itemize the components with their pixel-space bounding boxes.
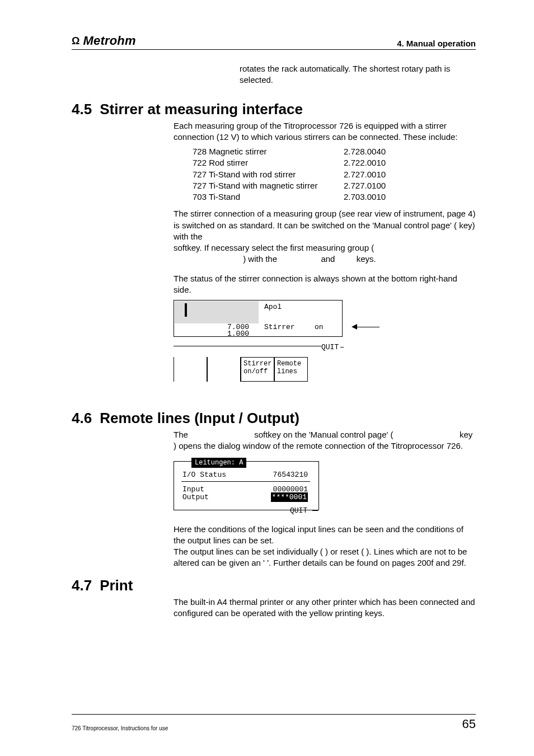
heading-number: 4.7 (72, 577, 92, 594)
text: The stirrer connection of a measuring gr… (174, 209, 475, 229)
text: keys (357, 254, 374, 264)
text: key (460, 430, 472, 439)
s47-p1: The built-in A4 thermal printer or any o… (174, 597, 476, 619)
text: ) opens the dialog window of the remote … (174, 441, 463, 450)
table-row: 727 Ti-Stand with magnetic stirrer2.727.… (174, 180, 476, 191)
heading-title: Print (100, 577, 133, 594)
section-label: 4. Manual operation (397, 39, 476, 48)
quit-label: QUIT (290, 506, 307, 516)
softkey-row: Stirrer on/off Remote lines (174, 357, 308, 382)
item-name: 728 Magnetic stirrer (174, 146, 344, 157)
page-footer: 726 Titroprocessor, Instructions for use… (72, 714, 476, 731)
lcd-value-1: 1.000 (227, 329, 249, 339)
heading-4-6: 4.6 Remote lines (Input / Output) (72, 410, 476, 427)
heading-title: Stirrer at measuring interface (100, 101, 303, 118)
s45-diagram: Apol 7.000 1.000 Stirrer on QUIT Stirrer… (174, 300, 476, 395)
s46-p3: The output lines can be set individually… (174, 546, 476, 569)
table-row: 727 Ti-Stand with rod stirrer2.727.0010 (174, 169, 476, 180)
heading-title: Remote lines (Input / Output) (100, 410, 299, 427)
heading-number: 4.5 (72, 101, 92, 118)
item-name: 722 Rod stirrer (174, 157, 344, 168)
text: softkey. If necessary select the first m… (174, 243, 374, 252)
brand-text: Metrohm (83, 34, 135, 48)
s46-p1: The softkey on the 'Manual control page'… (174, 429, 476, 452)
item-part: 2.727.0100 (344, 180, 405, 191)
softkey-blank (207, 357, 241, 382)
s45-p4: The status of the stirrer connection is … (174, 273, 476, 296)
divider (174, 346, 321, 346)
lcd-stirrer-label: Stirrer (264, 322, 295, 332)
page-number: 65 (462, 717, 476, 731)
quit-line (312, 510, 318, 511)
divider (181, 481, 310, 482)
callout-arrow-icon (352, 324, 380, 330)
page-header: Ω Metrohm 4. Manual operation (72, 34, 476, 50)
text: ) with the (243, 254, 279, 264)
footer-doc-title: 726 Titroprocessor, Instructions for use (72, 725, 168, 731)
io-header-row: I/O Status 76543210 (182, 470, 308, 480)
brand-logo: Ω Metrohm (72, 34, 136, 48)
s45-p2: The stirrer connection of a measuring gr… (174, 208, 476, 265)
dialog-title: Leitungen: A (191, 458, 246, 468)
s45-p1: Each measuring group of the Titroprocess… (174, 120, 476, 143)
text: softkey on the 'Manual control page' ( (254, 430, 393, 439)
output-label: Output (182, 492, 209, 503)
item-name: 703 Ti-Stand (174, 191, 344, 203)
item-part: 2.728.0040 (344, 146, 405, 157)
text: and (321, 254, 337, 264)
table-row: 728 Magnetic stirrer2.728.0040 (174, 146, 476, 157)
ohm-icon: Ω (72, 36, 79, 46)
output-row: Output ****0001 (182, 492, 308, 503)
quit-line (340, 347, 344, 348)
item-name: 727 Ti-Stand with rod stirrer (174, 169, 344, 180)
text: . (374, 254, 376, 264)
lcd-stirrer-state: on (315, 322, 324, 332)
softkey-stirrer: Stirrer on/off (241, 357, 274, 382)
io-label: I/O Status (182, 470, 226, 480)
softkey-remote: Remote lines (274, 357, 308, 382)
text: key (459, 220, 472, 230)
quit-label: QUIT (321, 342, 339, 353)
prev-section-continuation: rotates the rack automatically. The shor… (240, 63, 476, 86)
s46-p2: Here the conditions of the logical input… (174, 524, 476, 547)
item-part: 2.727.0010 (344, 169, 405, 180)
table-row: 703 Ti-Stand2.703.0010 (174, 191, 476, 203)
io-columns: 76543210 (273, 470, 308, 480)
text: The (174, 430, 190, 439)
heading-4-7: 4.7 Print (72, 577, 476, 594)
table-row: 722 Rod stirrer2.722.0010 (174, 157, 476, 168)
item-name: 727 Ti-Stand with magnetic stirrer (174, 180, 344, 191)
cursor-icon (185, 303, 187, 317)
lcd-apol: Apol (264, 302, 282, 312)
output-value: ****0001 (271, 492, 308, 503)
s46-diagram: Leitungen: A I/O Status 76543210 Input 0… (174, 457, 476, 516)
item-part: 2.703.0010 (344, 191, 405, 203)
stirrer-table: 728 Magnetic stirrer2.728.0040 722 Rod s… (174, 146, 476, 203)
lcd-highlight (175, 301, 259, 323)
heading-number: 4.6 (72, 410, 92, 427)
heading-4-5: 4.5 Stirrer at measuring interface (72, 101, 476, 118)
item-part: 2.722.0010 (344, 157, 405, 168)
softkey-blank (174, 357, 207, 382)
